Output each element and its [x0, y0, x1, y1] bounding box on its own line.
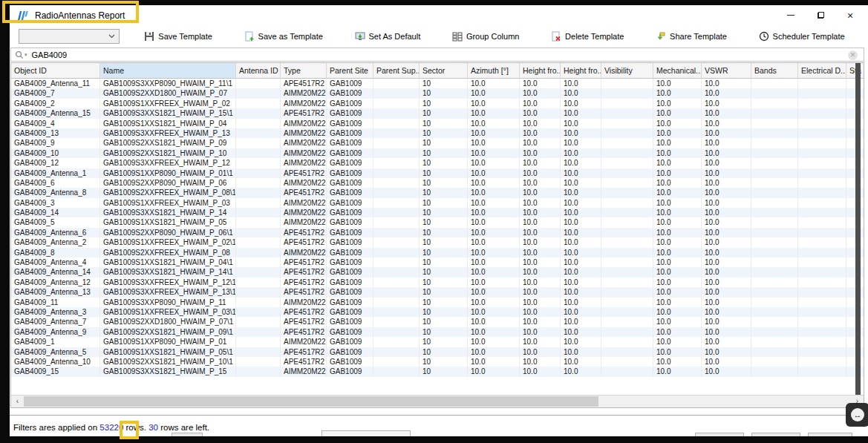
column-header[interactable]: Sector [420, 63, 468, 79]
table-row[interactable]: GAB4009_14GAB1009S3XXS1821_HWAIM_P_14AIM… [11, 208, 864, 217]
column-header[interactable]: VSWR [702, 63, 751, 79]
group-column-button[interactable]: Group Column [452, 31, 520, 42]
table-cell: 10 [420, 168, 468, 178]
table-cell [601, 208, 653, 217]
table-row[interactable]: GAB4009_Antenna_14GAB1009S3XXS1821_HWAIM… [11, 267, 864, 277]
table-row[interactable]: GAB4009_4GAB1009S1XXS1821_HWAIM_P_04AIMM… [11, 119, 864, 128]
table-row[interactable]: GAB4009_9GAB1009S2XXS1821_HWAIM_P_09AIMM… [11, 138, 864, 148]
template-select[interactable] [19, 29, 120, 44]
table-row[interactable]: GAB4009_10GAB1009S2XXS1821_HWAIM_P_10AIM… [11, 148, 864, 158]
table-cell: 10.0 [520, 119, 561, 128]
table-row[interactable]: GAB4009_15GAB1009S3XXS1821_HWAIM_P_15AIM… [11, 367, 864, 376]
table-row[interactable]: GAB4009_Antenna_4GAB1009S1XXS1821_HWAIM_… [11, 257, 864, 267]
table-cell: 10.0 [653, 148, 702, 158]
close-button[interactable]: × [835, 5, 865, 25]
table-cell [798, 287, 846, 297]
save-template-label: Save Template [158, 32, 212, 41]
table-cell: GAB1009S2XXFREEX_HWAIM_P_08 [100, 248, 236, 257]
table-cell [601, 158, 653, 168]
restore-button[interactable] [806, 5, 835, 25]
table-row[interactable]: GAB4009_8GAB1009S2XXFREEX_HWAIM_P_08AIMM… [11, 248, 864, 257]
table-row[interactable]: GAB4009_Antenna_2GAB1009S1XXFREEX_HWAIM_… [11, 237, 864, 247]
column-header[interactable]: Height fro... [520, 63, 561, 79]
column-header[interactable]: Mechanical... [653, 63, 702, 79]
table-cell [798, 119, 846, 128]
table-cell: GAB1009 [327, 367, 373, 376]
table-row[interactable]: GAB4009_Antenna_9GAB1009S2XXS1821_HWAIM_… [11, 327, 864, 337]
horizontal-scrollbar[interactable]: ‹ › [11, 395, 864, 407]
table-cell [236, 248, 281, 257]
table-cell: APE4517R2 [281, 287, 327, 297]
table-row[interactable]: GAB4009_Antenna_7GAB1009S2XXD1800_HWAIM_… [11, 317, 864, 326]
column-header[interactable]: Parent Site [327, 63, 373, 79]
table-row[interactable]: GAB4009_Antenna_13GAB1009S3XXFREEX_HWAIM… [11, 287, 864, 297]
column-header[interactable]: Antenna ID [236, 63, 281, 79]
horizontal-scrollbar-thumb[interactable] [24, 396, 598, 407]
table-cell: GAB1009S2XXS1821_HWAIM_P_10\1 [100, 357, 236, 367]
table-cell: 10.0 [653, 188, 702, 197]
table-cell: GAB4009_Antenna_7 [11, 317, 100, 326]
table-row[interactable]: GAB4009_3GAB1009S1XXFREEX_HWAIM_P_03AIMM… [11, 198, 864, 208]
table-row[interactable]: GAB4009_7GAB1009S2XXD1800_HWAIM_P_07AIMM… [11, 88, 864, 98]
table-row[interactable]: GAB4009_Antenna_15GAB1009S3XXS1821_HWAIM… [11, 108, 864, 118]
set-as-default-button[interactable]: Set As Default [355, 31, 421, 42]
table-cell [373, 357, 420, 367]
column-header[interactable]: Azimuth [°] [468, 63, 520, 79]
table-row[interactable]: GAB4009_Antenna_10GAB1009S2XXS1821_HWAIM… [11, 357, 864, 367]
table-cell: 10.0 [468, 188, 520, 197]
table-row[interactable]: GAB4009_11GAB1009S3XXP8090_HWAIM_P_11AIM… [11, 298, 864, 307]
column-header[interactable]: Bands [751, 63, 798, 79]
column-header[interactable]: Name [100, 63, 236, 79]
table-row[interactable]: GAB4009_Antenna_1GAB1009S1XXP8090_HWAIM_… [11, 168, 864, 178]
table-cell: 10.0 [561, 208, 601, 217]
table-row[interactable]: GAB4009_5GAB1009S1XXS1821_HWAIM_P_05AIMM… [11, 217, 864, 227]
delete-template-button[interactable]: Delete Template [551, 31, 624, 42]
save-as-template-button[interactable]: Save as Template [244, 31, 323, 42]
table-cell: APE4517R2 [281, 108, 327, 118]
table-cell [601, 267, 653, 277]
table-row[interactable]: GAB4009_Antenna_12GAB1009S3XXFREEX_HWAIM… [11, 278, 864, 287]
table-row[interactable]: GAB4009_Antenna_8GAB1009S2XXFREEX_HWAIM_… [11, 188, 864, 197]
scheduler-template-button[interactable]: Scheduler Template [759, 31, 845, 42]
table-cell: GAB4009_11 [11, 298, 100, 307]
column-header[interactable]: Type [281, 63, 327, 79]
table-cell: GAB1009S2XXFREEX_HWAIM_P_08\1 [100, 188, 236, 197]
table-row[interactable]: GAB4009_1GAB1009S1XXP8090_HWAIM_P_01AIMM… [11, 337, 864, 347]
table-cell: APE4517R2 [281, 278, 327, 287]
vertical-scrollbar[interactable] [855, 63, 861, 395]
remote-session-icon[interactable]: ↔ [846, 403, 868, 427]
search-options-caret-icon[interactable]: ▾ [25, 52, 27, 58]
clear-search-icon[interactable]: ✕ [848, 50, 858, 60]
table-cell [798, 298, 846, 307]
table-row[interactable]: GAB4009_Antenna_5GAB1009S1XXS1821_HWAIM_… [11, 347, 864, 357]
table-cell: GAB1009S1XXP8090_HWAIM_P_01\1 [100, 168, 236, 178]
window-controls: × [776, 5, 865, 25]
table-cell [751, 337, 798, 347]
table-row[interactable]: GAB4009_Antenna_3GAB1009S1XXFREEX_HWAIM_… [11, 307, 864, 317]
table-cell: 10.0 [702, 287, 751, 297]
table-row[interactable]: GAB4009_2GAB1009S1XXFREEX_HWAIM_P_02AIMM… [11, 99, 864, 108]
table-cell: GAB1009 [327, 168, 373, 178]
remote-session-glyph: ↔ [851, 408, 864, 421]
search-bar[interactable]: ▾ GAB4009 ✕ [10, 47, 864, 62]
column-header[interactable]: Electrical D... [798, 63, 846, 79]
column-header[interactable]: Parent Sup... [373, 63, 420, 79]
table-row[interactable]: GAB4009_6GAB1009S2XXP8090_HWAIM_P_06AIMM… [11, 178, 864, 188]
search-input[interactable]: GAB4009 [32, 50, 68, 59]
save-template-button[interactable]: Save Template [144, 31, 212, 42]
table-cell [236, 287, 281, 297]
column-header[interactable]: Object ID [11, 63, 100, 79]
column-header[interactable]: Visibility [601, 63, 653, 79]
table-row[interactable]: GAB4009_12GAB1009S3XXFREEX_HWAIM_P_12AIM… [11, 158, 864, 168]
scroll-left-icon[interactable]: ‹ [11, 396, 24, 407]
table-row[interactable]: GAB4009_Antenna_6GAB1009S2XXP8090_HWAIM_… [11, 228, 864, 237]
table-cell [798, 257, 846, 267]
table-cell: GAB4009_3 [11, 198, 100, 208]
minimize-button[interactable] [776, 5, 806, 25]
share-template-button[interactable]: Share Template [656, 31, 727, 42]
table-row[interactable]: GAB4009_13GAB1009S3XXFREEX_HWAIM_P_13AIM… [11, 128, 864, 138]
column-header[interactable]: Height fro... [561, 63, 601, 79]
table-cell: 10.0 [561, 248, 601, 257]
save-template-icon [144, 31, 154, 42]
table-row[interactable]: GAB4009_Antenna_11GAB1009S3XXP8090_HWAIM… [11, 79, 864, 88]
